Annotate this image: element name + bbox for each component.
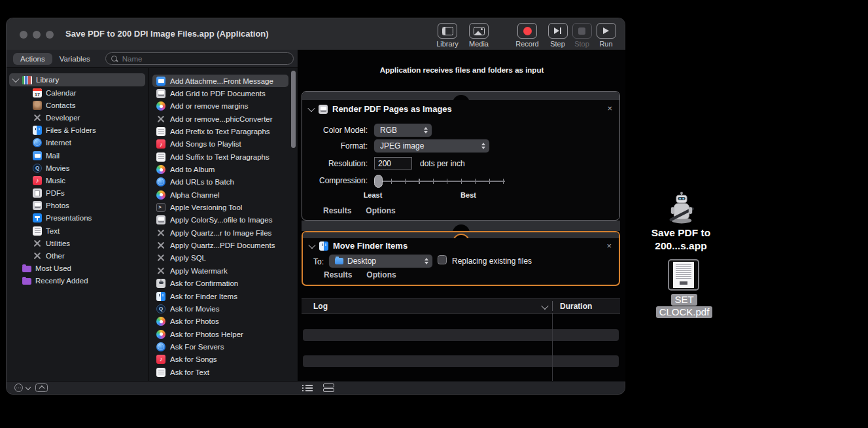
sidebar-item[interactable]: Music [7, 174, 148, 187]
sidebar-item[interactable]: Mail [7, 149, 148, 162]
chevron-down-icon[interactable] [12, 75, 19, 82]
action-list-item[interactable]: Ask for Finder Items [152, 290, 288, 302]
destination-popup[interactable]: Desktop [329, 255, 432, 268]
sidebar-item[interactable]: Other [7, 249, 148, 262]
duration-column-header: Duration [560, 302, 592, 311]
action-item-icon [156, 304, 165, 313]
minimize-window-button[interactable] [33, 31, 41, 39]
titlebar[interactable]: Save PDF to 200 DPI Image Files.app (App… [7, 18, 625, 50]
block-title: Move Finder Items [333, 241, 408, 251]
close-icon[interactable]: × [607, 104, 612, 113]
action-item-label: Apply SQL [170, 254, 206, 262]
sidebar-item[interactable]: Calendar [7, 86, 148, 99]
sidebar-item-library[interactable]: Library [9, 73, 145, 86]
color-model-popup[interactable]: RGB [374, 124, 432, 137]
collapse-chevron-icon[interactable] [308, 241, 315, 248]
block-input-connector [303, 232, 619, 238]
step-toolbar-button[interactable]: Step [546, 23, 570, 48]
action-list-item[interactable]: Alpha Channel [152, 188, 288, 201]
close-icon[interactable]: × [606, 241, 612, 250]
chevron-down-icon[interactable] [26, 385, 31, 390]
pdf-file-desktop-icon[interactable] [668, 259, 699, 291]
action-list-item[interactable]: Add Grid to PDF Documents [152, 87, 288, 99]
tab-variables[interactable]: Variables [52, 53, 97, 65]
zoom-window-button[interactable] [46, 31, 54, 39]
close-window-button[interactable] [20, 31, 27, 39]
action-item-label: Ask for Text [170, 368, 209, 376]
sidebar-item[interactable]: Contacts [7, 99, 148, 111]
action-item-icon [156, 165, 165, 174]
chevron-down-icon[interactable] [541, 302, 548, 310]
scrollbar-thumb[interactable] [291, 71, 296, 148]
collapse-chevron-icon[interactable] [307, 104, 315, 111]
slider-thumb[interactable] [374, 175, 383, 188]
sidebar-smart-list: Most Used Recently Added [7, 262, 148, 287]
action-list-item[interactable]: Apply Watermark [152, 264, 288, 277]
action-list-item[interactable]: Ask For Servers [152, 340, 288, 353]
action-list-item[interactable]: Add or remove...phicConverter [152, 113, 288, 125]
action-block-move-finder-items[interactable]: Move Finder Items × To: Desktop Replacin… [302, 231, 620, 286]
resolution-input[interactable] [374, 157, 412, 169]
automator-app-desktop-icon[interactable] [664, 190, 699, 226]
sidebar-item-label: Library [36, 76, 59, 84]
action-item-icon [156, 266, 165, 276]
pdf-file-desktop-label[interactable]: SET CLOCK.pdf [632, 294, 737, 318]
collapse-panel-button[interactable] [35, 383, 48, 392]
record-toolbar-button[interactable]: Record [512, 23, 543, 48]
action-list-item[interactable]: Add URLs to Batch [152, 176, 288, 188]
action-list-item[interactable]: Add Attachme...Front Message [152, 75, 288, 87]
tab-actions[interactable]: Actions [13, 53, 52, 65]
action-list-item[interactable]: Apple Versioning Tool [152, 201, 288, 213]
results-button[interactable]: Results [324, 270, 352, 279]
action-list-item[interactable]: Apply Quartz...PDF Documents [152, 239, 288, 251]
action-list-item[interactable]: Add or remove margins [152, 100, 288, 113]
options-button[interactable]: Options [366, 270, 396, 279]
sidebar-item[interactable]: Movies [7, 162, 148, 174]
action-item-icon [156, 115, 165, 124]
sidebar-item[interactable]: Internet [7, 137, 148, 149]
sidebar-smart-item[interactable]: Most Used [7, 262, 148, 275]
action-list-item[interactable]: Ask for Text [152, 366, 288, 378]
media-toolbar-button[interactable]: Media [463, 23, 495, 48]
action-list-item[interactable]: Apply Quartz...r to Image Files [152, 226, 288, 239]
sidebar-item[interactable]: Text [7, 224, 148, 237]
run-toolbar-button[interactable]: Run [594, 23, 618, 48]
search-input[interactable] [121, 54, 288, 63]
action-item-label: Apply Quartz...PDF Documents [170, 241, 275, 249]
results-button[interactable]: Results [323, 206, 351, 215]
window-title: Save PDF to 200 DPI Image Files.app (App… [65, 29, 269, 39]
action-list-item[interactable]: Apply SQL [152, 252, 288, 264]
action-block-render-pdf[interactable]: Render PDF Pages as Images × Color Model… [302, 91, 620, 221]
automator-app-desktop-label[interactable]: Save PDF to 200...s.app [632, 226, 730, 253]
library-toolbar-button[interactable]: Library [432, 23, 463, 48]
sidebar-item[interactable]: Developer [7, 111, 148, 124]
action-list-item[interactable]: Ask for Songs [152, 353, 288, 366]
list-view-icon[interactable] [302, 384, 313, 392]
action-list-item[interactable]: Ask for Confirmation [152, 277, 288, 290]
column-divider[interactable] [552, 301, 553, 311]
action-list-item[interactable]: Add Songs to Playlist [152, 138, 288, 151]
action-list-item[interactable]: Ask for Movies [152, 302, 288, 315]
search-field[interactable] [105, 52, 294, 65]
action-list-item[interactable]: Apply ColorSy...ofile to Images [152, 214, 288, 226]
options-button[interactable]: Options [366, 206, 395, 215]
sidebar-smart-item[interactable]: Recently Added [7, 275, 148, 287]
stack-view-icon[interactable] [323, 383, 334, 392]
replacing-existing-files-checkbox[interactable] [438, 255, 447, 264]
action-list-item[interactable]: Ask for Photos Helper [152, 328, 288, 340]
sidebar-item[interactable]: Utilities [7, 237, 148, 249]
sidebar-item[interactable]: Presentations [7, 212, 148, 224]
sidebar-item[interactable]: Photos [7, 200, 148, 212]
format-popup[interactable]: JPEG image [374, 139, 489, 152]
action-list-item[interactable]: Add Prefix to Text Paragraphs [152, 125, 288, 137]
sidebar-item[interactable]: PDFs [7, 187, 148, 200]
action-item-icon [156, 292, 165, 301]
action-menu-icon[interactable] [14, 383, 23, 392]
sidebar-item[interactable]: Files & Folders [7, 124, 148, 137]
action-list-item[interactable]: Ask for Photos [152, 315, 288, 328]
compression-slider[interactable] [374, 174, 505, 188]
toolbar: Library Media Record Step Stop [432, 23, 618, 48]
action-list-item[interactable]: Add Suffix to Text Paragraphs [152, 151, 288, 163]
action-list-item[interactable]: Add to Album [152, 163, 288, 175]
log-header[interactable]: Log Duration [302, 298, 620, 313]
